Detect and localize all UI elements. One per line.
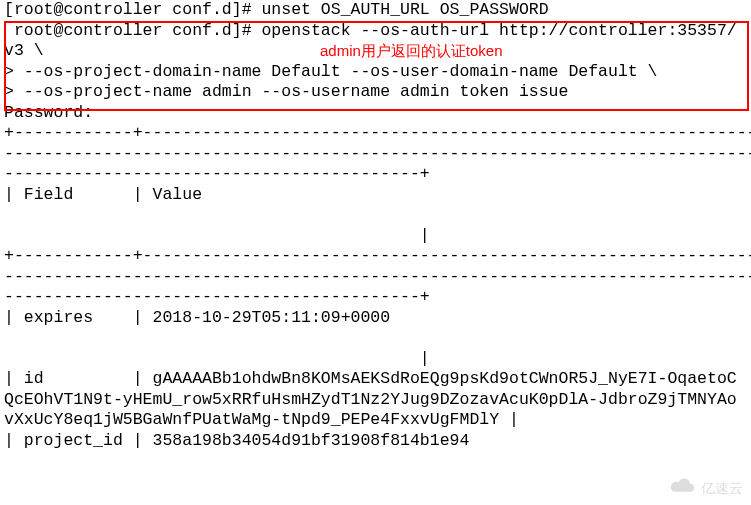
table-border: +------------+--------------------------… [0,246,751,267]
table-row-expires: | expires | 2018-10-29T05:11:09+0000 [0,308,751,329]
table-border: ----------------------------------------… [0,144,751,165]
terminal-line: [root@controller conf.d]# unset OS_AUTH_… [0,0,751,21]
table-header: | Field | Value [0,185,751,206]
watermark: 亿速云 [669,478,743,500]
password-prompt: Password: [0,103,751,124]
table-border: ----------------------------------------… [0,267,751,288]
table-border: ----------------------------------------… [0,287,751,308]
table-row-id: QcEOhVT1N9t-yHEmU_row5xRRfuHsmHZydT1Nz2Y… [0,390,751,411]
table-border: ----------------------------------------… [0,164,751,185]
table-row-expires: | [0,349,751,370]
table-border: +------------+--------------------------… [0,123,751,144]
table-row-expires [0,328,751,349]
terminal-line: > --os-project-name admin --os-username … [0,82,751,103]
watermark-text: 亿速云 [701,478,743,499]
cloud-icon [669,478,697,500]
terminal-line: root@controller conf.d]# openstack --os-… [0,21,751,42]
table-header [0,205,751,226]
table-row-id: vXxUcY8eq1jW5BGaWnfPUatWaMg-tNpd9_PEPe4F… [0,410,751,431]
table-row-project-id: | project_id | 358a198b34054d91bf31908f8… [0,431,751,452]
terminal-line: v3 \ [0,41,751,62]
table-row-id: | id | gAAAAABb1ohdwBn8KOMsAEKSdRoEQg9ps… [0,369,751,390]
table-header: | [0,226,751,247]
terminal-line: > --os-project-domain-name Default --os-… [0,62,751,83]
